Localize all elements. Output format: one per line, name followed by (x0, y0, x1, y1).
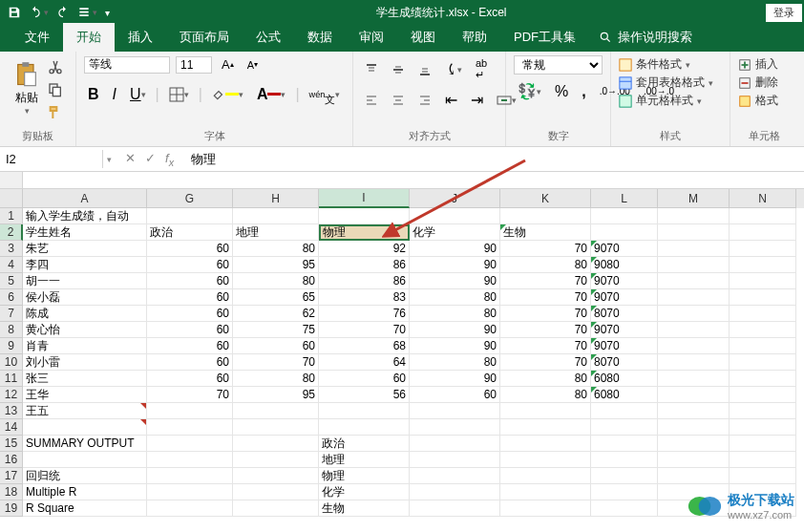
cell[interactable]: 政治 (319, 436, 410, 452)
spreadsheet-grid[interactable]: AGHIJKLMN 1输入学生成绩，自动2学生姓名政治地理物理化学生物3朱艺60… (0, 189, 804, 517)
cell[interactable]: 张三 (23, 371, 147, 387)
cell[interactable] (233, 436, 319, 452)
column-header[interactable]: M (658, 189, 730, 208)
cell[interactable] (147, 419, 233, 436)
cell[interactable] (500, 500, 591, 517)
row-header[interactable]: 5 (0, 273, 23, 289)
cell[interactable]: 80 (410, 289, 500, 306)
cell[interactable] (730, 419, 796, 436)
cell[interactable]: 60 (147, 257, 233, 273)
align-bottom-icon[interactable] (414, 61, 435, 78)
cell[interactable] (147, 468, 233, 484)
cell[interactable] (410, 452, 500, 468)
align-middle-icon[interactable] (388, 61, 409, 78)
redo-icon[interactable] (56, 6, 70, 19)
cell[interactable] (410, 436, 500, 452)
cell[interactable]: 朱艺 (23, 241, 147, 257)
increase-font-icon[interactable]: A▴ (218, 55, 238, 74)
cell[interactable]: 60 (147, 354, 233, 371)
cell[interactable]: 75 (233, 322, 319, 338)
delete-cells-button[interactable]: 删除 (738, 74, 790, 92)
cell[interactable] (500, 419, 591, 436)
border-button[interactable]: ▾ (165, 85, 193, 104)
cell[interactable] (730, 354, 796, 371)
cell[interactable] (730, 241, 796, 257)
cell[interactable] (233, 484, 319, 500)
cell[interactable]: 86 (319, 273, 410, 289)
cell[interactable] (500, 208, 591, 224)
cell[interactable] (658, 241, 730, 257)
cut-icon[interactable] (48, 59, 63, 78)
cell[interactable] (500, 484, 591, 500)
cell[interactable]: 95 (233, 257, 319, 273)
cell[interactable]: 92 (319, 241, 410, 257)
cell[interactable]: 9070 (591, 322, 658, 338)
cell[interactable]: 输入学生成绩，自动 (23, 208, 147, 224)
cell[interactable]: 地理 (233, 224, 319, 241)
row-header[interactable]: 8 (0, 322, 23, 338)
cell[interactable] (730, 322, 796, 338)
save-icon[interactable] (8, 6, 21, 19)
cell[interactable] (730, 387, 796, 403)
align-right-icon[interactable] (414, 92, 435, 109)
column-header[interactable]: A (23, 189, 147, 208)
column-header[interactable]: H (233, 189, 319, 208)
row-header[interactable]: 1 (0, 208, 23, 224)
cell[interactable] (730, 273, 796, 289)
cell[interactable] (410, 208, 500, 224)
cell[interactable]: 地理 (319, 452, 410, 468)
formula-input[interactable]: 物理 (183, 149, 804, 170)
enter-formula-icon[interactable]: ✓ (145, 151, 156, 168)
align-left-icon[interactable] (361, 92, 382, 109)
cell[interactable]: 60 (147, 273, 233, 289)
cell[interactable]: 90 (410, 371, 500, 387)
number-format-select[interactable]: 常规 (514, 55, 603, 74)
cell[interactable]: 60 (147, 322, 233, 338)
cell[interactable]: 80 (500, 371, 591, 387)
select-all-corner[interactable] (0, 189, 23, 208)
name-box[interactable]: I2 (0, 150, 103, 168)
cell[interactable]: 化学 (319, 484, 410, 500)
cell[interactable]: 80 (410, 306, 500, 322)
cell[interactable] (658, 354, 730, 371)
cell[interactable] (591, 208, 658, 224)
increase-indent-icon[interactable]: ⇥ (467, 89, 487, 111)
cell[interactable] (591, 224, 658, 241)
tab-视图[interactable]: 视图 (397, 23, 449, 52)
font-name-select[interactable] (84, 56, 170, 74)
cell[interactable]: SUMMARY OUTPUT (23, 436, 147, 452)
cell[interactable] (730, 208, 796, 224)
cell[interactable]: 65 (233, 289, 319, 306)
cell[interactable] (591, 403, 658, 419)
tab-页面布局[interactable]: 页面布局 (166, 23, 243, 52)
comma-format-icon[interactable]: , (578, 81, 589, 102)
cell[interactable]: Multiple R (23, 484, 147, 500)
cell[interactable]: 80 (233, 241, 319, 257)
cell[interactable] (319, 403, 410, 419)
cell[interactable] (233, 452, 319, 468)
row-header[interactable]: 18 (0, 484, 23, 500)
cell[interactable]: 70 (319, 322, 410, 338)
cell[interactable]: 56 (319, 387, 410, 403)
tab-文件[interactable]: 文件 (11, 23, 63, 52)
cell[interactable]: 68 (319, 338, 410, 354)
row-header[interactable]: 6 (0, 289, 23, 306)
cell[interactable]: 9070 (591, 289, 658, 306)
cell[interactable]: 政治 (147, 224, 233, 241)
cell[interactable] (591, 436, 658, 452)
row-header[interactable]: 16 (0, 452, 23, 468)
cell[interactable]: 肖青 (23, 338, 147, 354)
cell[interactable] (658, 289, 730, 306)
cell[interactable]: 60 (147, 338, 233, 354)
cell[interactable]: 80 (500, 257, 591, 273)
cell[interactable] (730, 338, 796, 354)
cell[interactable]: 生物 (319, 500, 410, 517)
tab-插入[interactable]: 插入 (115, 23, 166, 52)
row-header[interactable]: 19 (0, 500, 23, 517)
cell[interactable] (410, 419, 500, 436)
font-color-button[interactable]: A▾ (253, 84, 290, 105)
orientation-icon[interactable]: ⤹▾ (441, 58, 466, 80)
cell[interactable]: 生物 (500, 224, 591, 241)
cell[interactable] (147, 208, 233, 224)
cell[interactable] (147, 500, 233, 517)
